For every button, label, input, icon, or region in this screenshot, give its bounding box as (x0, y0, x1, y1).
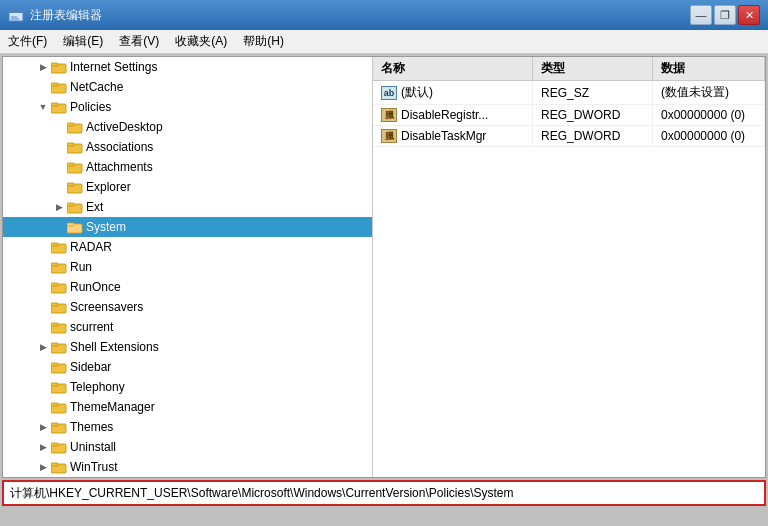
tree-item-netcache[interactable]: NetCache (3, 77, 372, 97)
tree-label-telephony: Telephony (70, 380, 125, 394)
tree-item-sidebar[interactable]: Sidebar (3, 357, 372, 377)
tree-expander-uninstall[interactable]: ▶ (35, 439, 51, 455)
svg-rect-17 (67, 183, 74, 186)
minimize-button[interactable]: — (690, 5, 712, 25)
tree-label-uninstall: Uninstall (70, 440, 116, 454)
cell-name-text-0: (默认) (401, 84, 433, 101)
tree-item-uninstall[interactable]: ▶ Uninstall (3, 437, 372, 457)
tree-item-associations[interactable]: Associations (3, 137, 372, 157)
folder-icon-thememanager (51, 400, 67, 414)
tree-item-run[interactable]: Run (3, 257, 372, 277)
tree-label-ext: Ext (86, 200, 103, 214)
tree-item-explorer[interactable]: Explorer (3, 177, 372, 197)
tree-label-runonce: RunOnce (70, 280, 121, 294)
svg-rect-15 (67, 163, 74, 166)
tree-item-scurrent[interactable]: scurrent (3, 317, 372, 337)
svg-rect-29 (51, 303, 58, 306)
tree-panel[interactable]: ▶ Internet Settings NetCache▼ Policies A… (3, 57, 373, 477)
tree-item-system[interactable]: System (3, 217, 372, 237)
svg-rect-25 (51, 263, 58, 266)
svg-rect-35 (51, 363, 58, 366)
tree-label-attachments: Attachments (86, 160, 153, 174)
svg-rect-21 (67, 223, 74, 226)
folder-icon-uninstall (51, 440, 67, 454)
tree-item-internet-settings[interactable]: ▶ Internet Settings (3, 57, 372, 77)
folder-icon-themes (51, 420, 67, 434)
table-row[interactable]: 臘 DisableRegistr... REG_DWORD 0x00000000… (373, 105, 765, 126)
window-controls: — ❐ ✕ (690, 5, 760, 25)
col-header-type: 类型 (533, 57, 653, 80)
folder-icon-radar (51, 240, 67, 254)
folder-icon-run (51, 260, 67, 274)
folder-icon-scurrent (51, 320, 67, 334)
cell-data-2: 0x00000000 (0) (653, 126, 765, 146)
registry-path: 计算机\HKEY_CURRENT_USER\Software\Microsoft… (10, 485, 513, 502)
tree-expander-thememanager (35, 399, 51, 415)
menu-help[interactable]: 帮助(H) (235, 30, 292, 53)
tree-expander-ext[interactable]: ▶ (51, 199, 67, 215)
menu-favorites[interactable]: 收藏夹(A) (167, 30, 235, 53)
tree-item-radar[interactable]: RADAR (3, 237, 372, 257)
right-panel: 名称 类型 数据 ab (默认) REG_SZ (数值未设置) 臘 Disabl… (373, 57, 765, 477)
tree-expander-system (51, 219, 67, 235)
tree-item-ext[interactable]: ▶ Ext (3, 197, 372, 217)
svg-rect-13 (67, 143, 74, 146)
svg-rect-45 (51, 463, 58, 466)
table-row[interactable]: 臘 DisableTaskMgr REG_DWORD 0x00000000 (0… (373, 126, 765, 147)
table-row[interactable]: ab (默认) REG_SZ (数值未设置) (373, 81, 765, 105)
folder-icon-ext (67, 200, 83, 214)
tree-expander-policies[interactable]: ▼ (35, 99, 51, 115)
table-header: 名称 类型 数据 (373, 57, 765, 81)
tree-item-screensavers[interactable]: Screensavers (3, 297, 372, 317)
folder-icon-runonce (51, 280, 67, 294)
tree-item-themes[interactable]: ▶ Themes (3, 417, 372, 437)
restore-button[interactable]: ❐ (714, 5, 736, 25)
tree-expander-themes[interactable]: ▶ (35, 419, 51, 435)
close-button[interactable]: ✕ (738, 5, 760, 25)
tree-item-activedesktop[interactable]: ActiveDesktop (3, 117, 372, 137)
tree-item-thememanager[interactable]: ThemeManager (3, 397, 372, 417)
tree-label-shell-extensions: Shell Extensions (70, 340, 159, 354)
tree-expander-screensavers (35, 299, 51, 315)
svg-rect-37 (51, 383, 58, 386)
menu-view[interactable]: 查看(V) (111, 30, 167, 53)
tree-expander-wintrust[interactable]: ▶ (35, 459, 51, 475)
folder-icon-internet-settings (51, 60, 67, 74)
tree-expander-associations (51, 139, 67, 155)
svg-rect-5 (51, 63, 58, 66)
tree-label-radar: RADAR (70, 240, 112, 254)
window: 注册表编辑器 — ❐ ✕ 文件(F) 编辑(E) 查看(V) 收藏夹(A) 帮助… (0, 0, 768, 508)
menu-file[interactable]: 文件(F) (0, 30, 55, 53)
tree-expander-internet-settings[interactable]: ▶ (35, 59, 51, 75)
folder-icon-attachments (67, 160, 83, 174)
cell-data-1: 0x00000000 (0) (653, 105, 765, 125)
folder-icon-explorer (67, 180, 83, 194)
tree-item-telephony[interactable]: Telephony (3, 377, 372, 397)
cell-name-0: ab (默认) (373, 81, 533, 104)
folder-icon-activedesktop (67, 120, 83, 134)
tree-item-policies[interactable]: ▼ Policies (3, 97, 372, 117)
tree-expander-shell-extensions[interactable]: ▶ (35, 339, 51, 355)
cell-name-text-2: DisableTaskMgr (401, 129, 486, 143)
tree-expander-telephony (35, 379, 51, 395)
folder-icon-associations (67, 140, 83, 154)
tree-label-scurrent: scurrent (70, 320, 113, 334)
cell-type-0: REG_SZ (533, 81, 653, 104)
col-header-data: 数据 (653, 57, 765, 80)
svg-rect-9 (51, 103, 58, 106)
tree-label-thememanager: ThemeManager (70, 400, 155, 414)
tree-label-themes: Themes (70, 420, 113, 434)
title-bar: 注册表编辑器 — ❐ ✕ (0, 0, 768, 30)
cell-data-0: (数值未设置) (653, 81, 765, 104)
tree-item-shell-extensions[interactable]: ▶ Shell Extensions (3, 337, 372, 357)
svg-rect-33 (51, 343, 58, 346)
tree-item-wintrust[interactable]: ▶ WinTrust (3, 457, 372, 477)
tree-item-attachments[interactable]: Attachments (3, 157, 372, 177)
tree-label-explorer: Explorer (86, 180, 131, 194)
tree-item-runonce[interactable]: RunOnce (3, 277, 372, 297)
menu-edit[interactable]: 编辑(E) (55, 30, 111, 53)
tree-expander-attachments (51, 159, 67, 175)
menu-bar: 文件(F) 编辑(E) 查看(V) 收藏夹(A) 帮助(H) (0, 30, 768, 54)
tree-expander-radar (35, 239, 51, 255)
tree-label-policies: Policies (70, 100, 111, 114)
